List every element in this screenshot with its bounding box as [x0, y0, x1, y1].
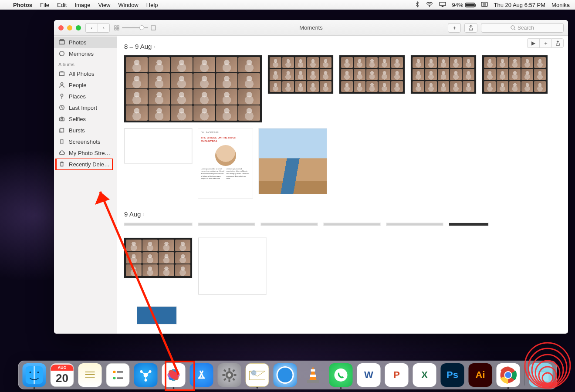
dock-powerpoint-icon[interactable]: P [385, 363, 409, 387]
fullscreen-window-button[interactable] [76, 25, 81, 30]
sidebar-item-label: Memories [69, 51, 94, 57]
sidebar-item-label: Photos [69, 39, 86, 46]
nav-forward-button[interactable]: › [98, 23, 110, 33]
sidebar-item-last-import[interactable]: Last Import [54, 102, 117, 113]
photo-thumbnail[interactable] [259, 128, 327, 194]
wifi-icon[interactable] [426, 2, 433, 8]
dock-finder-icon[interactable] [23, 363, 46, 387]
person-icon [58, 81, 65, 88]
zoom-in-single-icon [151, 25, 156, 30]
photo-thumbnail[interactable] [124, 223, 192, 226]
battery-indicator[interactable]: 94% [452, 2, 475, 8]
photo-thumbnail[interactable]: ON LEADERSHIP THE BRIDGE ON THE RIVER CH… [198, 128, 253, 198]
dock-photoshop-icon[interactable]: Ps [441, 363, 464, 387]
photo-thumbnail[interactable] [137, 307, 176, 324]
photo-thumbnail[interactable] [324, 223, 380, 226]
photo-thumbnail[interactable] [386, 223, 443, 226]
svg-rect-3 [115, 26, 116, 27]
svg-point-55 [525, 343, 570, 388]
dock-excel-icon[interactable]: X [413, 363, 436, 387]
dock-illustrator-icon[interactable]: Ai [469, 363, 492, 387]
dock-chrome-icon[interactable] [497, 363, 520, 387]
clock-icon [58, 104, 65, 111]
photo-thumbnail[interactable] [268, 55, 333, 94]
menu-view[interactable]: View [98, 2, 111, 8]
dock-vlc-icon[interactable] [301, 363, 325, 387]
menu-edit[interactable]: Edit [57, 2, 67, 8]
sidebar-item-label: Screenshots [69, 139, 100, 145]
close-window-button[interactable] [58, 25, 64, 30]
svg-point-24 [37, 372, 39, 373]
dock-whatsapp-icon[interactable] [329, 363, 353, 387]
add-button[interactable]: ＋ [448, 23, 461, 33]
moment-title-text: 8 – 9 Aug [124, 43, 152, 50]
moment-header-1[interactable]: 8 – 9 Aug › [124, 43, 561, 50]
sidebar-item-recently-deleted[interactable]: Recently Dele… [54, 159, 117, 170]
photo-thumbnail[interactable] [339, 55, 405, 94]
sidebar-item-photo-stream[interactable]: My Photo Stre… [54, 147, 117, 159]
dock-appstore-icon[interactable] [190, 363, 213, 387]
sidebar-item-label: Recently Dele… [69, 161, 110, 168]
moment-1-grid: ON LEADERSHIP THE BRIDGE ON THE RIVER CH… [124, 55, 561, 198]
trash-icon [58, 161, 65, 168]
bluetooth-icon[interactable] [415, 1, 420, 9]
svg-rect-4 [117, 26, 119, 27]
dock-word-icon[interactable]: W [357, 363, 381, 387]
control-center-icon[interactable] [481, 2, 488, 8]
menu-window[interactable]: Window [118, 2, 139, 8]
nav-back-button[interactable]: ‹ [85, 23, 98, 33]
photo-thumbnail[interactable] [198, 238, 266, 294]
svg-rect-6 [117, 28, 119, 30]
add-to-button[interactable]: ＋ [539, 38, 551, 48]
photo-thumbnail[interactable] [124, 128, 192, 163]
dock-reminders-icon[interactable] [106, 363, 130, 387]
menu-help[interactable]: Help [146, 2, 158, 8]
dock-photos-icon[interactable] [162, 363, 186, 387]
sidebar-item-bursts[interactable]: Bursts [54, 125, 117, 136]
dock-calendar-icon[interactable]: AUG 20 [51, 363, 74, 387]
airplay-icon[interactable] [439, 2, 446, 8]
sidebar-item-people[interactable]: People [54, 79, 117, 91]
sidebar-item-photos[interactable]: Photos [54, 37, 117, 48]
photo-thumbnail[interactable] [261, 223, 318, 226]
thumbnail-zoom-slider[interactable] [114, 25, 156, 30]
dock-system-preferences-icon[interactable] [218, 363, 241, 387]
dock-mail-icon[interactable] [246, 363, 269, 387]
moment-actions-toolbar: ▶ ＋ [527, 38, 564, 48]
sidebar-item-all-photos[interactable]: All Photos [54, 68, 117, 79]
play-slideshow-button[interactable]: ▶ [527, 38, 539, 48]
svg-point-14 [61, 94, 63, 96]
svg-rect-12 [60, 72, 64, 76]
sidebar-item-selfies[interactable]: Selfies [54, 113, 117, 125]
svg-rect-49 [307, 380, 319, 383]
sidebar-item-places[interactable]: Places [54, 91, 117, 102]
moments-content[interactable]: ▶ ＋ 8 – 9 Aug › ON LEADERSHIP [117, 36, 568, 334]
dock-shareit-icon[interactable] [134, 363, 158, 387]
sidebar-item-memories[interactable]: Memories [54, 48, 117, 59]
sidebar-item-label: My Photo Stre… [69, 150, 110, 156]
menubar-datetime[interactable]: Thu 20 Aug 6:57 PM [494, 2, 546, 8]
minimize-window-button[interactable] [67, 25, 72, 30]
photo-thumbnail[interactable] [449, 223, 488, 226]
menubar-app-name[interactable]: Photos [13, 2, 32, 8]
search-field[interactable]: Search [481, 23, 564, 33]
menu-image[interactable]: Image [74, 2, 90, 8]
sidebar-item-label: All Photos [69, 71, 95, 77]
photo-thumbnail[interactable] [411, 55, 476, 94]
photo-thumbnail[interactable] [198, 223, 255, 226]
photo-thumbnail[interactable] [482, 55, 548, 94]
share-moment-button[interactable] [551, 38, 564, 48]
menu-file[interactable]: File [40, 2, 49, 8]
bursts-icon [58, 127, 65, 134]
svg-point-0 [429, 6, 430, 7]
svg-point-8 [511, 26, 514, 29]
photo-thumbnail[interactable] [124, 55, 262, 122]
macos-menubar: Photos File Edit Image View Window Help … [0, 0, 575, 10]
sidebar-item-screenshots[interactable]: Screenshots [54, 136, 117, 147]
photo-thumbnail[interactable] [124, 238, 192, 278]
share-button[interactable] [464, 23, 477, 33]
menubar-user[interactable]: Monika [551, 2, 570, 8]
dock-safari-icon[interactable] [274, 363, 297, 387]
dock-notes-icon[interactable] [78, 363, 102, 387]
moment-header-2[interactable]: 9 Aug › [124, 210, 561, 218]
